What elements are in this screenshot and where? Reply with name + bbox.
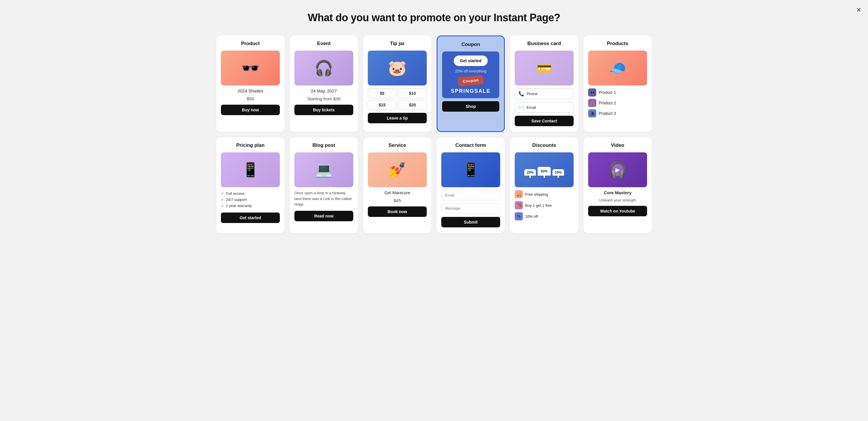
card-business-title: Business card <box>515 41 574 47</box>
card-grid-top: Product 🕶️ 2024 Shades $50 Buy now Event… <box>216 35 652 132</box>
coupon-off-text: 25% off everything <box>455 69 486 73</box>
tag-50: 50% <box>538 167 550 176</box>
list-item: 🎩 Product 3 <box>588 109 647 117</box>
business-image: 💳 <box>515 51 574 85</box>
buy-now-button[interactable]: Buy now <box>221 105 280 115</box>
blog-image: 💻 <box>294 152 353 187</box>
close-button[interactable]: × <box>857 6 861 14</box>
card-event-title: Event <box>294 41 353 47</box>
tipjar-image: 🐷 <box>368 51 427 85</box>
email-label: Email <box>527 105 536 110</box>
card-products: Products 🧢 🕶️ Product 1 👜 Product 2 🎩 Pr… <box>584 35 652 132</box>
card-product: Product 🕶️ 2024 Shades $50 Buy now <box>216 35 284 132</box>
off-label: 10% off <box>525 214 538 219</box>
card-tipjar-title: Tip jar <box>368 41 427 47</box>
video-desc: Unleash your strength <box>588 198 647 202</box>
coupon-shop-button[interactable]: Shop <box>442 101 499 112</box>
products-image: 🧢 <box>588 51 647 85</box>
card-service-title: Service <box>368 142 427 148</box>
card-discounts-title: Discounts <box>515 142 574 148</box>
coupon-inner: Get started 25% off everything Coupon SP… <box>442 52 499 98</box>
service-price: $45 <box>368 198 427 203</box>
card-business: Business card 💳 📞 Phone ✉️ Email Save Co… <box>510 35 578 132</box>
phone-label: Phone <box>527 91 538 96</box>
pricing-features: ✓ Full access ✓ 24/7 support ✓ 1 year wa… <box>221 191 280 208</box>
shipping-icon: 🚚 <box>515 190 523 198</box>
product-3-label: Product 3 <box>598 111 616 116</box>
card-video: Video 🎧 ▶ Core Mastery Unleash your stre… <box>584 137 652 233</box>
card-contact-title: Contact form <box>441 142 500 148</box>
card-blog-title: Blog post <box>294 142 353 148</box>
card-pricing: Pricing plan 📱 ✓ Full access ✓ 24/7 supp… <box>216 137 284 233</box>
tip-5-button[interactable]: $5 <box>368 88 397 98</box>
card-products-title: Products <box>588 41 647 47</box>
tag-20: 20% <box>524 169 536 176</box>
coupon-get-started-button[interactable]: Get started <box>454 56 488 66</box>
feature-label: 1 year warranty <box>226 203 252 208</box>
coupon-tag: Coupon <box>458 75 484 86</box>
product-dot-3: 🎩 <box>588 109 596 117</box>
pricing-image: 📱 <box>221 152 280 187</box>
watch-youtube-button[interactable]: Watch on Youtube <box>588 206 647 216</box>
card-pricing-title: Pricing plan <box>221 142 280 148</box>
bogo-icon: 🎁 <box>515 201 523 209</box>
feature-label: Full access <box>226 191 245 196</box>
card-video-title: Video <box>588 142 647 148</box>
check-icon: ✓ <box>221 203 224 208</box>
product-1-label: Product 1 <box>598 90 616 95</box>
product-image: 🕶️ <box>221 51 280 85</box>
contact-message-input[interactable] <box>441 203 500 214</box>
coupon-tag-label: Coupon <box>462 78 479 84</box>
book-now-button[interactable]: Book now <box>368 206 427 217</box>
product-dot-2: 👜 <box>588 99 596 107</box>
tip-15-button[interactable]: $15 <box>368 100 397 110</box>
product-dot-1: 🕶️ <box>588 88 596 96</box>
feature-support: ✓ 24/7 support <box>221 197 280 202</box>
save-contact-button[interactable]: Save Contact <box>515 116 574 126</box>
contact-email-input[interactable] <box>441 190 500 200</box>
video-image: 🎧 ▶ <box>588 152 647 187</box>
discount-item-bogo: 🎁 Buy 1 get 1 free <box>515 201 574 209</box>
tip-amounts: $5 $10 $15 $20 <box>368 88 427 110</box>
card-blog: Blog post 💻 Once upon a time in a farawa… <box>290 137 358 233</box>
product-name: 2024 Shades <box>221 88 280 93</box>
card-tipjar: Tip jar 🐷 $5 $10 $15 $20 Leave a tip <box>363 35 431 132</box>
video-name: Core Mastery <box>588 190 647 195</box>
card-coupon: Coupon Get started 25% off everything Co… <box>437 35 505 132</box>
tag-10: 10% <box>553 169 564 176</box>
list-item: 👜 Product 2 <box>588 99 647 107</box>
product-price: $50 <box>221 96 280 101</box>
card-grid-bottom: Pricing plan 📱 ✓ Full access ✓ 24/7 supp… <box>216 137 652 233</box>
event-image: 🎧 <box>294 51 353 85</box>
submit-button[interactable]: Submit <box>441 217 500 227</box>
card-contact: Contact form 📱 Submit <box>437 137 505 233</box>
page-title: What do you want to promote on your Inst… <box>9 11 859 24</box>
feature-full-access: ✓ Full access <box>221 191 280 196</box>
shipping-label: Free shipping <box>525 192 548 197</box>
event-starting-from: Starting from $30 <box>294 96 353 101</box>
blog-text: Once upon a time in a faraway land there… <box>294 190 353 207</box>
card-discounts: Discounts 20% 50% 10% 🚚 Free shipping 🎁 … <box>510 137 578 233</box>
product-list: 🕶️ Product 1 👜 Product 2 🎩 Product 3 <box>588 88 647 117</box>
leave-tip-button[interactable]: Leave a tip <box>368 113 427 123</box>
feature-warranty: ✓ 1 year warranty <box>221 203 280 208</box>
buy-tickets-button[interactable]: Buy tickets <box>294 105 353 115</box>
get-started-button[interactable]: Get started <box>221 213 280 223</box>
tip-10-button[interactable]: $10 <box>398 88 427 98</box>
feature-label: 24/7 support <box>226 197 247 202</box>
discounts-image: 20% 50% 10% <box>515 152 574 187</box>
list-item: 🕶️ Product 1 <box>588 88 647 96</box>
product-2-label: Product 2 <box>598 101 616 105</box>
discount-tags: 20% 50% 10% <box>524 164 564 176</box>
check-icon: ✓ <box>221 197 224 202</box>
tip-20-button[interactable]: $20 <box>398 100 427 110</box>
service-image: 💅 <box>368 152 427 187</box>
check-icon: ✓ <box>221 191 224 196</box>
coupon-code: SPRINGSALE <box>451 88 491 94</box>
email-icon: ✉️ <box>519 105 524 110</box>
card-event: Event 🎧 24 May, 2027 Starting from $30 B… <box>290 35 358 132</box>
card-coupon-title: Coupon <box>442 41 499 47</box>
phone-button[interactable]: 📞 Phone <box>515 88 574 99</box>
read-now-button[interactable]: Read now <box>294 211 353 221</box>
email-button[interactable]: ✉️ Email <box>515 102 574 113</box>
